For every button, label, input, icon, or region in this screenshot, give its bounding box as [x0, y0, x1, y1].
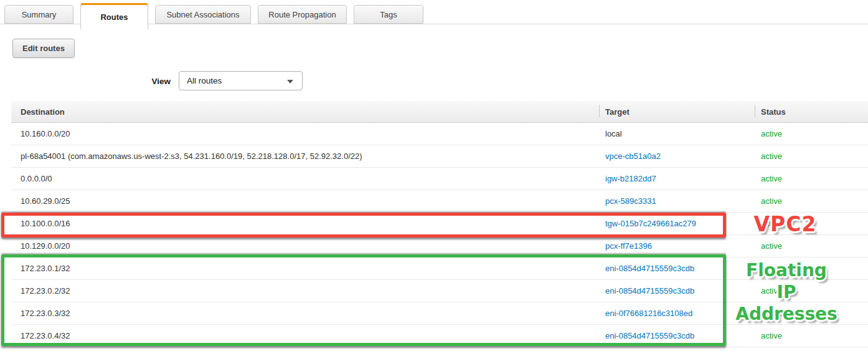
table-body: 10.160.0.0/20 local active pl-68a54001 (… — [11, 123, 868, 347]
view-filter-dropdown[interactable]: All routes — [179, 71, 303, 90]
destination-cell: 172.23.0.4/32 — [11, 331, 599, 340]
destination-cell: 172.23.0.3/32 — [11, 309, 599, 318]
status-text: active — [761, 196, 782, 206]
tab-tags[interactable]: Tags — [354, 5, 423, 24]
status-text: active — [761, 286, 782, 296]
target-link[interactable]: eni-0854d4715559c3cdb — [605, 331, 694, 340]
status-text: active — [761, 174, 782, 183]
chevron-down-icon — [287, 80, 293, 84]
destination-cell: 10.100.0.0/16 — [11, 219, 599, 228]
target-link[interactable]: eni-0854d4715559c3cdb — [605, 264, 694, 273]
edit-routes-button[interactable]: Edit routes — [12, 39, 75, 58]
tab-route-propagation[interactable]: Route Propagation — [258, 5, 347, 24]
tab-routes[interactable]: Routes — [80, 3, 148, 29]
table-row: 10.60.29.0/25 pcx-589c3331 active — [11, 190, 868, 213]
table-row: pl-68a54001 (com.amazonaws.us-west-2.s3,… — [11, 145, 868, 168]
status-text: active — [761, 129, 782, 138]
destination-cell: 0.0.0.0/0 — [11, 174, 599, 183]
status-text: active — [761, 151, 782, 161]
status-text: active — [761, 264, 782, 273]
table-row: 0.0.0.0/0 igw-b2182dd7 active — [11, 168, 868, 190]
table-row: 10.160.0.0/20 local active — [11, 123, 868, 145]
destination-cell: pl-68a54001 (com.amazonaws.us-west-2.s3,… — [11, 151, 599, 161]
destination-cell: 10.129.0.0/20 — [11, 241, 599, 251]
target-link[interactable]: eni-0854d4715559c3cdb — [605, 286, 694, 296]
destination-cell: 10.160.0.0/20 — [11, 129, 599, 138]
target-link[interactable]: eni-0f76681216c3108ed — [605, 309, 692, 318]
table-row: 10.129.0.0/20 pcx-ff7e1396 active — [11, 235, 868, 257]
table-header-row: Destination Target Status — [11, 101, 868, 123]
table-row: 172.23.0.4/32 eni-0854d4715559c3cdb acti… — [11, 325, 868, 347]
table-row: 172.23.0.1/32 eni-0854d4715559c3cdb acti… — [11, 257, 868, 280]
status-text: active — [761, 309, 782, 318]
target-link[interactable]: pcx-589c3331 — [605, 196, 656, 206]
view-filter-selected-value: All routes — [187, 76, 222, 85]
view-filter-label: View — [125, 77, 171, 86]
target-link: local — [605, 129, 622, 138]
table-row: 10.100.0.0/16 tgw-015b7c249661ac279 acti… — [11, 213, 868, 235]
column-header-target: Target — [599, 101, 755, 122]
tab-subnet-associations[interactable]: Subnet Associations — [155, 5, 251, 24]
column-header-status: Status — [755, 101, 868, 122]
target-link[interactable]: igw-b2182dd7 — [605, 174, 656, 183]
table-row: 172.23.0.3/32 eni-0f76681216c3108ed acti… — [11, 302, 868, 325]
target-link[interactable]: pcx-ff7e1396 — [605, 241, 652, 251]
destination-cell: 10.60.29.0/25 — [11, 196, 599, 206]
routes-table: Destination Target Status 10.160.0.0/20 … — [11, 101, 868, 347]
destination-cell: 172.23.0.2/32 — [11, 286, 599, 296]
target-link[interactable]: vpce-cb51a0a2 — [605, 151, 661, 161]
table-row: 172.23.0.2/32 eni-0854d4715559c3cdb acti… — [11, 280, 868, 302]
tab-summary[interactable]: Summary — [4, 5, 73, 24]
target-link[interactable]: tgw-015b7c249661ac279 — [605, 219, 696, 228]
status-text: active — [761, 219, 782, 228]
status-text: active — [761, 331, 782, 340]
status-text: active — [761, 241, 782, 251]
route-table-page: SummaryRoutesSubnet AssociationsRoute Pr… — [0, 0, 868, 351]
column-header-destination: Destination — [11, 101, 599, 122]
destination-cell: 172.23.0.1/32 — [11, 264, 599, 273]
